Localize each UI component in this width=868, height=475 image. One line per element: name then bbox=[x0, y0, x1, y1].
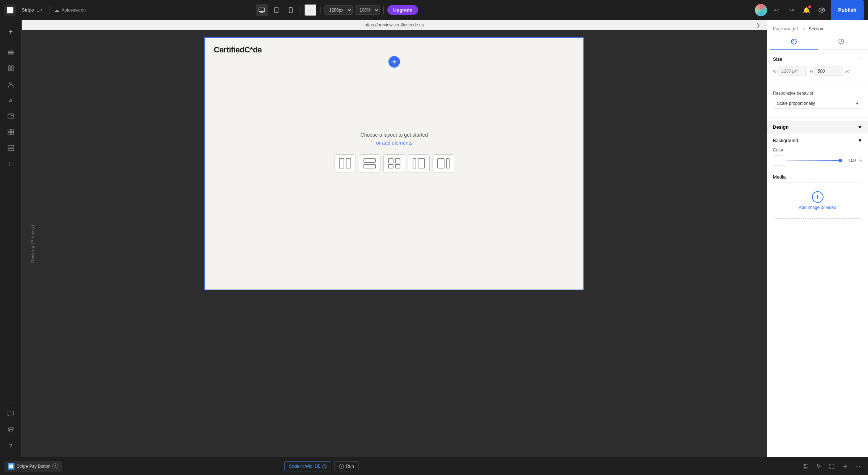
site-selector[interactable]: Stripe ... ▾ bbox=[19, 6, 45, 14]
more-options-btn[interactable]: ··· bbox=[305, 4, 317, 16]
sidebar-sections-btn[interactable] bbox=[4, 141, 18, 155]
bottom-stripe-tab[interactable]: Stripe Pay Button i bbox=[4, 461, 62, 472]
media-add-icon: + bbox=[812, 191, 824, 203]
svg-rect-33 bbox=[446, 159, 449, 168]
add-section-btn[interactable]: + bbox=[388, 56, 400, 68]
notifications-btn[interactable]: 🔔 ! bbox=[800, 4, 813, 16]
breadcrumb-parent: Page #page1 bbox=[773, 26, 799, 31]
responsive-select[interactable]: Scale proportionally ▾ bbox=[773, 98, 862, 109]
sidebar-divider-2 bbox=[5, 403, 16, 403]
svg-rect-31 bbox=[418, 159, 425, 168]
sidebar-media-btn[interactable] bbox=[4, 109, 18, 123]
background-title: Background bbox=[773, 138, 798, 143]
svg-rect-8 bbox=[8, 52, 14, 53]
settings-tool-btn[interactable] bbox=[800, 461, 812, 472]
svg-rect-32 bbox=[438, 159, 444, 168]
panel-tabs bbox=[767, 34, 868, 50]
bottom-bar: Stripe Pay Button i Code in Wix IDE Run … bbox=[0, 457, 868, 475]
svg-rect-12 bbox=[8, 69, 10, 71]
sidebar-fonts-btn[interactable]: A bbox=[4, 93, 18, 107]
sidebar-code-btn[interactable]: {} bbox=[4, 157, 18, 171]
publish-btn[interactable]: Publish bbox=[831, 0, 864, 20]
svg-point-2 bbox=[276, 12, 277, 12]
zoom-select[interactable]: 100% bbox=[355, 5, 380, 15]
tablet-view-btn[interactable] bbox=[270, 4, 282, 16]
more-tool-btn[interactable]: ··· bbox=[852, 461, 864, 472]
layout-options bbox=[334, 154, 454, 172]
layout-wide-sidebar-btn[interactable] bbox=[433, 154, 454, 172]
layout-sidebar-btn[interactable] bbox=[408, 154, 430, 172]
viewport-select[interactable]: 1280px bbox=[324, 5, 353, 15]
svg-rect-25 bbox=[364, 164, 375, 168]
code-in-ide-btn[interactable]: Code in Wix IDE bbox=[284, 461, 331, 471]
code-in-ide-label: Code in Wix IDE bbox=[289, 464, 321, 469]
height-field: H px* bbox=[810, 67, 850, 76]
panel-breadcrumb: Page #page1 > Section bbox=[767, 20, 868, 31]
panel-divider-1 bbox=[767, 85, 868, 85]
size-row: W H px* bbox=[773, 67, 862, 76]
preview-btn[interactable] bbox=[816, 4, 828, 16]
layout-grid-btn[interactable] bbox=[383, 154, 405, 172]
design-title: Design bbox=[773, 124, 788, 130]
width-field: W bbox=[773, 67, 807, 76]
topbar-divider-2 bbox=[301, 6, 301, 14]
svg-rect-24 bbox=[364, 159, 375, 162]
sidebar-learn-btn[interactable] bbox=[4, 422, 18, 437]
breadcrumb-section: Section bbox=[809, 26, 823, 31]
svg-rect-16 bbox=[8, 129, 10, 132]
mobile-view-btn[interactable] bbox=[285, 4, 297, 16]
expand-tool-btn[interactable] bbox=[839, 461, 851, 472]
media-upload-area[interactable]: + Add image or video bbox=[773, 183, 862, 219]
color-percentage: 100 bbox=[846, 158, 856, 163]
height-input[interactable] bbox=[814, 67, 843, 76]
background-section-header[interactable]: Background ▼ bbox=[767, 133, 868, 147]
canvas-orientation-label: Desktop (Primary) bbox=[30, 224, 35, 263]
add-elements-link[interactable]: or add elements bbox=[361, 140, 428, 146]
tab-design[interactable] bbox=[770, 34, 818, 50]
autosave-indicator: ☁ Autosave on bbox=[54, 7, 86, 13]
canvas-section[interactable]: + Choose a layout to get started or add … bbox=[205, 62, 583, 243]
fullscreen-tool-btn[interactable] bbox=[826, 461, 838, 472]
sidebar-layers-btn[interactable] bbox=[4, 45, 18, 60]
bottom-toolbar: ··· bbox=[800, 461, 864, 472]
layout-2col-btn[interactable] bbox=[334, 154, 356, 172]
redo-btn[interactable]: ↪ bbox=[785, 4, 797, 16]
collapse-btn[interactable]: ❯ bbox=[754, 21, 762, 29]
topbar-center-controls: ··· 1280px 100% Upgrade bbox=[256, 4, 418, 16]
app-logo[interactable] bbox=[4, 4, 16, 16]
size-more-icon[interactable]: ··· bbox=[858, 56, 862, 62]
color-swatch[interactable] bbox=[773, 155, 783, 166]
pointer-tool-btn[interactable] bbox=[813, 461, 825, 472]
svg-point-4 bbox=[290, 12, 291, 12]
upgrade-btn[interactable]: Upgrade bbox=[387, 5, 418, 15]
svg-rect-30 bbox=[413, 159, 416, 168]
tab-interactions[interactable] bbox=[818, 34, 865, 50]
sidebar-chat-btn[interactable] bbox=[4, 406, 18, 421]
topbar-divider-3 bbox=[320, 6, 321, 14]
tab-info-icon[interactable]: i bbox=[52, 463, 58, 469]
site-name: Stripe ... bbox=[22, 7, 39, 13]
width-input[interactable] bbox=[778, 67, 807, 76]
svg-rect-22 bbox=[339, 159, 344, 168]
breadcrumb-separator: > bbox=[802, 26, 805, 31]
design-section-header[interactable]: Design ▼ bbox=[767, 121, 868, 133]
sidebar-cms-btn[interactable] bbox=[4, 61, 18, 76]
desktop-view-btn[interactable] bbox=[256, 4, 268, 16]
undo-btn[interactable]: ↩ bbox=[770, 4, 782, 16]
add-element-btn[interactable]: + bbox=[4, 25, 18, 39]
color-label: Color bbox=[773, 147, 862, 153]
width-label: W bbox=[773, 69, 776, 73]
svg-rect-0 bbox=[259, 8, 265, 12]
sidebar-help-btn[interactable]: ? bbox=[4, 438, 18, 453]
sidebar-users-btn[interactable] bbox=[4, 77, 18, 91]
svg-rect-18 bbox=[8, 132, 10, 135]
user-avatar[interactable] bbox=[755, 4, 767, 16]
color-picker-row: 100 % bbox=[773, 155, 862, 166]
color-slider[interactable] bbox=[786, 160, 843, 161]
color-row: Color 100 % bbox=[767, 147, 868, 170]
responsive-chevron-icon: ▾ bbox=[856, 101, 858, 106]
run-btn[interactable]: Run bbox=[334, 461, 359, 471]
layout-header-btn[interactable] bbox=[359, 154, 380, 172]
sidebar-apps-btn[interactable] bbox=[4, 125, 18, 139]
svg-rect-20 bbox=[8, 145, 14, 147]
